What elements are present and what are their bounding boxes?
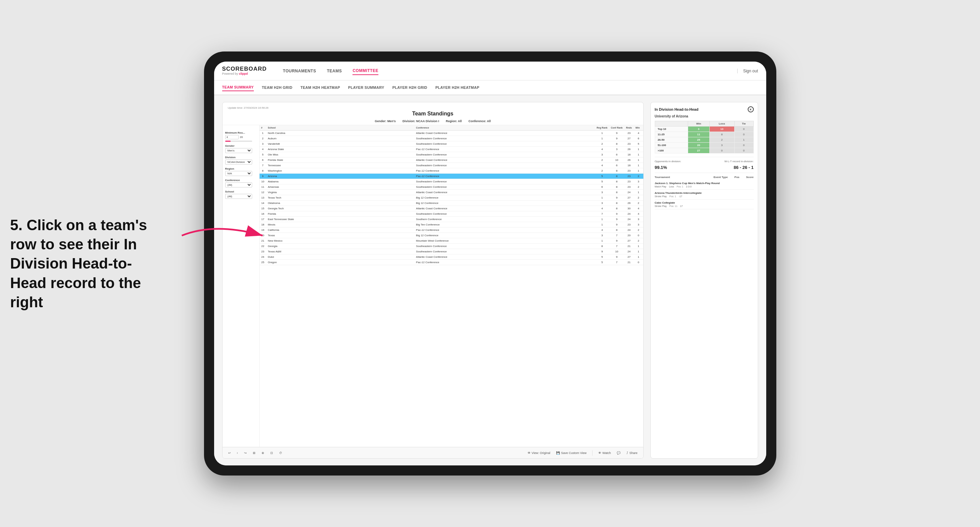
table-row[interactable]: 11 Arkansas Southeastern Conference 6 8 …: [259, 184, 643, 190]
row-school: Arkansas: [266, 184, 414, 190]
table-row[interactable]: 3 Vanderbilt Southeastern Conference 2 8…: [259, 141, 643, 147]
table-row[interactable]: 23 Texas A&M Southeastern Conference 9 1…: [259, 249, 643, 254]
row-num: 22: [259, 244, 266, 249]
min-rounds-slider[interactable]: [225, 141, 252, 142]
row-num: 10: [259, 179, 266, 184]
redo-button[interactable]: ↪: [242, 451, 248, 455]
h2h-col-loss: Loss: [710, 121, 734, 127]
table-row[interactable]: 14 Oklahoma Big 12 Conference 3 8 26 2: [259, 200, 643, 206]
table-row[interactable]: 4 Arizona State Pac-12 Conference 4 3 26…: [259, 147, 643, 152]
row-conference: Pac-12 Conference: [414, 227, 595, 233]
min-rounds-input[interactable]: [225, 135, 239, 139]
row-rnds: 27: [625, 238, 634, 244]
h2h-row-label: 11-25: [655, 132, 688, 137]
table-row[interactable]: 13 Texas Tech Big 12 Conference 1 9 27 2: [259, 195, 643, 200]
row-school: New Mexico: [266, 238, 414, 244]
h2h-row-tie: 1: [734, 137, 753, 143]
table-row[interactable]: 7 Tennessee Southeastern Conference 4 6 …: [259, 163, 643, 168]
table-row[interactable]: 2 Auburn Southeastern Conference 1 9 27 …: [259, 136, 643, 141]
nav-committee[interactable]: COMMITTEE: [353, 67, 379, 75]
row-num: 15: [259, 206, 266, 211]
row-conference: Pac-12 Conference: [414, 174, 595, 179]
sub-nav-team-summary[interactable]: TEAM SUMMARY: [222, 84, 254, 91]
watch-button[interactable]: 👁 Watch: [597, 451, 612, 455]
school-select[interactable]: (All): [225, 194, 252, 199]
h2h-row-win: 20: [688, 143, 710, 148]
h2h-row-label: 26-50: [655, 137, 688, 143]
row-conference: Big 12 Conference: [414, 233, 595, 238]
gender-select[interactable]: Men's: [225, 148, 252, 153]
table-row[interactable]: 24 Duke Atlantic Coast Conference 5 9 27…: [259, 254, 643, 260]
view-original-button[interactable]: 👁 View: Original: [526, 451, 552, 455]
h2h-row: 51-100 20 3 0: [655, 143, 753, 148]
save-custom-button[interactable]: 💾 Save Custom View: [554, 451, 588, 455]
row-conference: Southeastern Conference: [414, 244, 595, 249]
sub-nav-team-h2h-grid[interactable]: TEAM H2H GRID: [262, 84, 293, 91]
tournament-row: Arizona Thunderbirds Intercollegiate Str…: [655, 190, 754, 200]
table-row[interactable]: 19 California Pac-12 Conference 4 8 24 2: [259, 227, 643, 233]
nav-tournaments[interactable]: TOURNAMENTS: [283, 67, 316, 75]
table-row[interactable]: 6 Florida State Atlantic Coast Conferenc…: [259, 157, 643, 163]
table-row[interactable]: 1 North Carolina Atlantic Coast Conferen…: [259, 130, 643, 136]
row-school: Auburn: [266, 136, 414, 141]
undo-button[interactable]: ↩: [227, 451, 232, 455]
table-row[interactable]: 12 Virginia Atlantic Coast Conference 3 …: [259, 190, 643, 195]
row-rnds: 21: [625, 260, 634, 265]
row-conference: Big Ten Conference: [414, 222, 595, 227]
region-select[interactable]: N/A: [225, 171, 252, 176]
row-num: 2: [259, 136, 266, 141]
h2h-table: Win Loss Tie Top 10 3 13 0 11-25 11 8 0 …: [655, 121, 754, 154]
sub-nav-player-summary[interactable]: PLAYER SUMMARY: [348, 84, 384, 91]
table-row[interactable]: 25 Oregon Pac-12 Conference 5 7 21 0: [259, 260, 643, 265]
table-row[interactable]: 5 Ole Miss Southeastern Conference 3 6 1…: [259, 152, 643, 157]
left-controls: Minimum Rou... 20 Gender Men's: [223, 125, 259, 447]
row-school: Arizona State: [266, 147, 414, 152]
division-select[interactable]: NCAA Division I: [225, 160, 252, 165]
table-row[interactable]: 16 Florida Southeastern Conference 7 9 2…: [259, 211, 643, 217]
row-conference: Atlantic Coast Conference: [414, 190, 595, 195]
sub-nav-player-h2h-grid[interactable]: PLAYER H2H GRID: [392, 84, 427, 91]
h2h-values-row: 99.1% 86 - 26 - 1: [655, 165, 754, 170]
clock-button[interactable]: ⏱: [277, 451, 284, 455]
row-reg-rank: 3: [595, 233, 609, 238]
table-row[interactable]: 15 Georgia Tech Atlantic Coast Conferenc…: [259, 206, 643, 211]
grid-button[interactable]: ⊞: [251, 451, 257, 455]
table-row[interactable]: 21 New Mexico Mountain West Conference 1…: [259, 238, 643, 244]
add-button[interactable]: ⊕: [260, 451, 266, 455]
table-row[interactable]: 20 Texas Big 12 Conference 3 7 20 0: [259, 233, 643, 238]
h2h-row-tie: 0: [734, 148, 753, 154]
row-conference: Southern Conference: [414, 217, 595, 222]
row-conf-rank: 9: [609, 222, 625, 227]
h2h-row-loss: 8: [710, 132, 734, 137]
sub-nav-player-h2h-heatmap[interactable]: PLAYER H2H HEATMAP: [435, 84, 479, 91]
row-win: 1: [634, 157, 643, 163]
table-row[interactable]: 10 Alabama Southeastern Conference 5 8 2…: [259, 179, 643, 184]
row-rnds: 27: [625, 195, 634, 200]
row-conference: Pac-12 Conference: [414, 147, 595, 152]
close-button[interactable]: ×: [748, 106, 754, 113]
row-rnds: 23: [625, 168, 634, 174]
table-row[interactable]: 9 Arizona Pac-12 Conference 5 8 23 2: [259, 174, 643, 179]
row-school: Illinois: [266, 222, 414, 227]
step-back-button[interactable]: ‹: [235, 451, 240, 455]
row-win: 1: [634, 254, 643, 260]
comment-button[interactable]: 💬: [615, 451, 622, 455]
nav-teams[interactable]: TEAMS: [327, 67, 342, 75]
row-reg-rank: 2: [595, 141, 609, 147]
sign-out-button[interactable]: Sign out: [737, 69, 758, 73]
table-row[interactable]: 22 Georgia Southeastern Conference 8 7 2…: [259, 244, 643, 249]
row-num: 16: [259, 211, 266, 217]
row-reg-rank: 8: [595, 244, 609, 249]
tournaments-list: Jackson 1. Stephens Cup Men's Match-Play…: [655, 180, 754, 210]
row-school: Virginia: [266, 190, 414, 195]
sub-nav-team-h2h-heatmap[interactable]: TEAM H2H HEATMAP: [300, 84, 340, 91]
row-rnds: 23: [625, 179, 634, 184]
row-conf-rank: 10: [609, 157, 625, 163]
table-row[interactable]: 18 Illinois Big Ten Conference 1 9 23 3: [259, 222, 643, 227]
conference-select[interactable]: (All): [225, 183, 252, 187]
filter-button[interactable]: ⊡: [269, 451, 275, 455]
share-button[interactable]: ⤴ Share: [625, 451, 639, 455]
wlt-label: W-L-T record in-division:: [724, 160, 754, 163]
table-row[interactable]: 8 Washington Pac-12 Conference 2 8 23 1: [259, 168, 643, 174]
table-row[interactable]: 17 East Tennessee State Southern Confere…: [259, 217, 643, 222]
